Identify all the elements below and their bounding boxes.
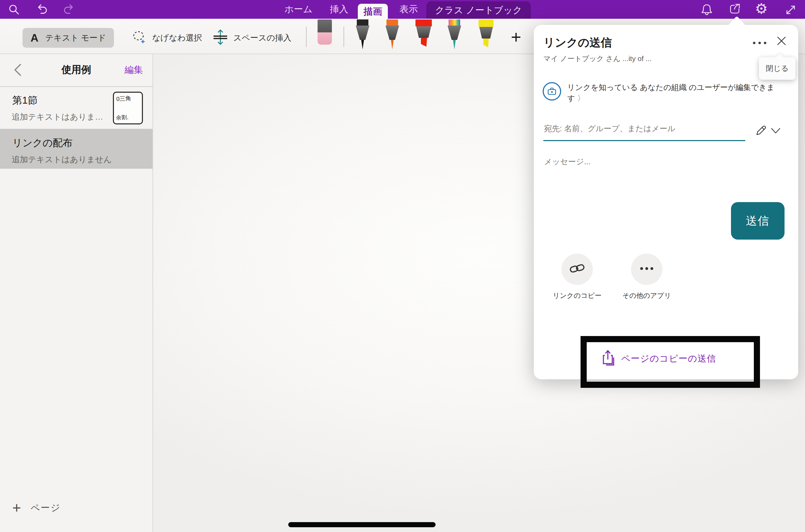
more-apps-action[interactable]: その他のアプリ <box>619 254 674 300</box>
tab-insert[interactable]: 挿入 <box>323 0 355 19</box>
plus-icon: + <box>12 501 21 515</box>
marker-red[interactable] <box>413 19 435 54</box>
insert-space-button[interactable]: スペースの挿入 <box>212 28 291 48</box>
text-mode-a-icon: A <box>30 32 38 44</box>
add-page-button[interactable]: + ページ <box>0 496 152 520</box>
more-options-icon[interactable] <box>752 39 767 47</box>
thumbnail-handwriting: 0三角 <box>116 94 131 103</box>
search-icon[interactable] <box>7 3 21 16</box>
page-item-link-distribution[interactable]: リンクの配布 追加テキストはありません <box>0 129 152 169</box>
copy-link-label: リンクのコピー <box>550 291 604 300</box>
tab-class-notebook[interactable]: クラス ノートブック <box>426 1 531 19</box>
pen-black[interactable] <box>353 19 372 54</box>
recipient-input[interactable] <box>543 121 736 136</box>
permission-text: リンクを知っている あなたの組織 のユーザーが編集できます 〉 <box>567 82 782 104</box>
chevron-down-icon[interactable] <box>771 127 781 135</box>
page-subtitle: 追加テキストはありません <box>12 154 112 165</box>
share-upload-icon <box>601 349 616 368</box>
tab-home[interactable]: ホーム <box>280 0 317 19</box>
fullscreen-expand-icon[interactable] <box>784 3 797 17</box>
ellipsis-icon <box>639 266 654 272</box>
text-mode-button[interactable]: A テキスト モード <box>23 28 114 48</box>
page-thumbnail: 0三角 余割. <box>113 92 143 124</box>
close-tooltip: 閉じる <box>759 57 795 80</box>
add-page-label: ページ <box>31 502 61 514</box>
add-pen-button[interactable]: + <box>507 27 525 49</box>
pen-orange[interactable] <box>383 19 402 54</box>
lasso-select-button[interactable]: なげなわ選択 <box>132 28 202 48</box>
page-title: 第1節 <box>12 94 38 107</box>
toolbar-divider <box>306 27 307 47</box>
tab-draw[interactable]: 描画 <box>358 4 388 19</box>
sidebar-header: 使用例 編集 <box>0 54 152 87</box>
thumbnail-handwriting: 余割. <box>116 114 129 121</box>
chevron-right-icon: 〉 <box>577 94 585 103</box>
page-subtitle: 追加テキストはありま… <box>12 111 103 122</box>
undo-icon[interactable] <box>34 3 48 16</box>
send-link-dialog: リンクの送信 マイ ノートブック さん ...ity of ... リンクを知っ… <box>534 25 798 379</box>
insert-space-icon <box>212 29 229 47</box>
toolbar-divider <box>343 27 344 47</box>
page-item-section1[interactable]: 第1節 追加テキストはありま… 0三角 余割. <box>0 86 152 129</box>
edit-button[interactable]: 編集 <box>125 64 143 76</box>
lasso-icon <box>132 29 147 46</box>
settings-gear-icon[interactable]: ⚙ <box>755 2 768 15</box>
home-indicator[interactable] <box>288 522 436 527</box>
more-apps-label: その他のアプリ <box>619 291 674 300</box>
redo-icon[interactable] <box>63 3 76 16</box>
popover-arrow <box>728 16 746 26</box>
send-button[interactable]: 送信 <box>731 202 785 240</box>
tab-view[interactable]: 表示 <box>393 0 424 19</box>
lasso-label: なげなわ選択 <box>152 32 202 43</box>
notebook-subtitle: マイ ノートブック さん ...ity of ... <box>543 54 652 63</box>
text-mode-label: テキスト モード <box>45 32 106 43</box>
pen-galaxy[interactable] <box>445 19 464 54</box>
edit-pencil-icon[interactable] <box>754 124 768 137</box>
highlighter-yellow[interactable] <box>475 19 497 54</box>
link-icon <box>569 260 585 278</box>
close-icon[interactable] <box>776 35 787 46</box>
link-permission-row[interactable]: リンクを知っている あなたの組織 のユーザーが編集できます 〉 <box>543 82 787 104</box>
eraser-tool[interactable] <box>318 19 332 45</box>
dialog-title: リンクの送信 <box>543 35 612 50</box>
insert-space-label: スペースの挿入 <box>233 32 291 43</box>
top-app-bar: ホーム 挿入 描画 表示 クラス ノートブック ⚙ <box>0 0 805 19</box>
send-page-copy-button[interactable]: ページのコピーの送信 <box>601 349 716 368</box>
recipient-underline <box>543 140 745 141</box>
page-list-sidebar: 使用例 編集 第1節 追加テキストはありま… 0三角 余割. リンクの配布 追加… <box>0 54 153 532</box>
send-page-copy-label: ページのコピーの送信 <box>621 352 716 365</box>
copy-link-action[interactable]: リンクのコピー <box>550 254 604 300</box>
notifications-bell-icon[interactable] <box>700 2 714 16</box>
page-title: リンクの配布 <box>12 136 73 150</box>
share-icon[interactable] <box>728 2 742 16</box>
onenote-app: ホーム 挿入 描画 表示 クラス ノートブック ⚙ A テキスト モード なげな… <box>0 0 805 532</box>
message-input[interactable] <box>543 154 780 169</box>
organization-briefcase-icon <box>543 82 561 101</box>
